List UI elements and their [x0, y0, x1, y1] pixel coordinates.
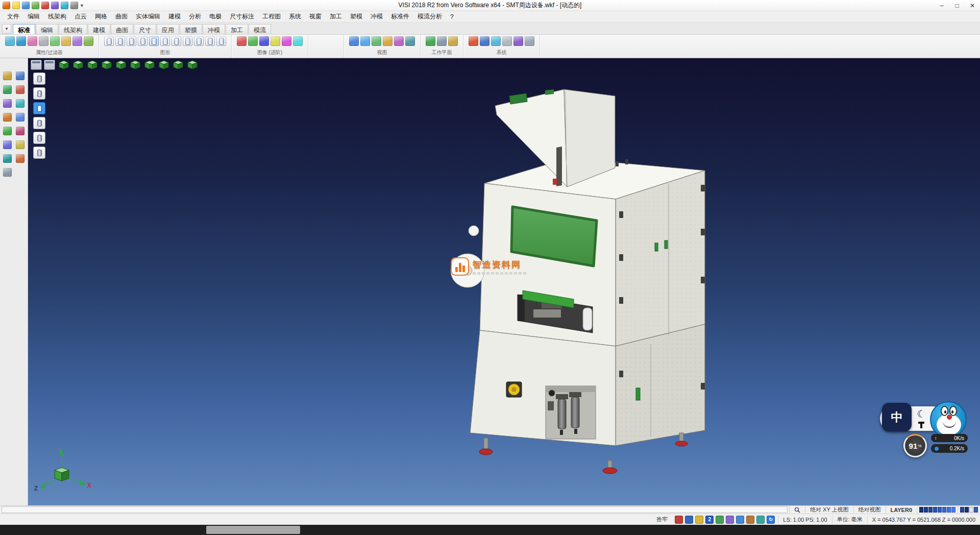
- color-swatch[interactable]: [942, 507, 946, 513]
- workplane-align-icon[interactable]: [437, 36, 447, 46]
- view-orientation-status[interactable]: 绝对 XY 上视图: [805, 506, 853, 514]
- color-swatch[interactable]: [951, 507, 955, 513]
- iso-front-right-view[interactable]: [158, 59, 170, 70]
- workplane-create-icon[interactable]: [426, 36, 435, 46]
- pixel-icon[interactable]: [513, 36, 523, 46]
- right-view[interactable]: [129, 59, 141, 70]
- color-swatch[interactable]: [938, 507, 942, 513]
- pen-status-icon[interactable]: [716, 516, 724, 524]
- measure-icon[interactable]: [3, 140, 12, 149]
- left-view[interactable]: [143, 59, 156, 70]
- help-icon[interactable]: [70, 2, 78, 9]
- graphics-viewport[interactable]: 智造资料网 Y X Z 中 ☾: [28, 58, 980, 505]
- color-swatch[interactable]: [947, 507, 951, 513]
- active-layer-status[interactable]: LAYER0: [886, 506, 917, 514]
- ribbon-tab[interactable]: 线架构: [59, 24, 87, 34]
- ribbon-tab[interactable]: 编辑: [36, 24, 58, 34]
- advanced-render-icon[interactable]: [237, 36, 247, 46]
- search-button[interactable]: [789, 506, 805, 514]
- bottom-view[interactable]: [86, 59, 99, 70]
- snap-status-icon[interactable]: [746, 516, 754, 524]
- reflection-icon[interactable]: [282, 36, 291, 46]
- color-swatch[interactable]: [974, 507, 978, 513]
- menu-item[interactable]: 工程图: [258, 11, 285, 22]
- color-swatch[interactable]: [960, 507, 964, 513]
- material-icon[interactable]: [248, 36, 258, 46]
- color-filter-icon[interactable]: [50, 36, 60, 46]
- rotate-view-icon[interactable]: [394, 36, 404, 46]
- wireframe-mode[interactable]: [33, 72, 45, 85]
- selection-icon[interactable]: [3, 71, 12, 80]
- shaded-edges-mode[interactable]: [33, 117, 45, 129]
- perspective-icon[interactable]: [525, 36, 534, 46]
- menu-item[interactable]: 标准件: [387, 11, 413, 22]
- top-view[interactable]: [72, 59, 84, 70]
- ambient-icon[interactable]: [293, 36, 303, 46]
- layer-filter-icon[interactable]: [39, 36, 48, 46]
- wireframe-display-icon[interactable]: [104, 36, 114, 46]
- toolbar-options-arrow-icon[interactable]: ▼: [78, 3, 86, 8]
- app-logo[interactable]: [3, 2, 10, 9]
- refresh-status-icon[interactable]: ↻: [767, 516, 775, 524]
- color-swatch[interactable]: [924, 507, 928, 513]
- graphics-window-icon[interactable]: [31, 60, 42, 70]
- monitor-icon[interactable]: [480, 36, 489, 46]
- menu-item[interactable]: 网格: [91, 11, 111, 22]
- menu-item[interactable]: 文件: [3, 11, 23, 22]
- ribbon-tab[interactable]: 应用: [157, 24, 179, 34]
- menu-item[interactable]: 实体编辑: [132, 11, 164, 22]
- color-swatch[interactable]: [928, 507, 933, 513]
- back-view[interactable]: [115, 59, 127, 70]
- doraemon-mascot[interactable]: [930, 401, 967, 438]
- color-swatch[interactable]: [933, 507, 937, 513]
- delete-icon[interactable]: [16, 71, 24, 80]
- color-palette-icon[interactable]: [469, 36, 478, 46]
- selection-filter-icon[interactable]: [84, 36, 93, 46]
- shaded-display-icon[interactable]: [149, 36, 159, 46]
- move-icon[interactable]: [3, 85, 12, 94]
- hidden-line-mode[interactable]: [33, 87, 45, 100]
- world-status-icon[interactable]: [756, 516, 765, 524]
- attributes-icon[interactable]: [16, 127, 24, 135]
- menu-item[interactable]: 建模: [164, 11, 185, 22]
- lighting-icon[interactable]: [259, 36, 269, 46]
- maximize-button[interactable]: □: [949, 0, 965, 11]
- grid-status-icon[interactable]: [736, 516, 744, 524]
- combine-display-icon[interactable]: [205, 36, 215, 46]
- properties-icon[interactable]: [5, 36, 15, 46]
- menu-item[interactable]: 尺寸标注: [226, 11, 258, 22]
- grid-settings-icon[interactable]: [502, 36, 512, 46]
- rotate-icon[interactable]: [3, 99, 12, 108]
- taskbar-item[interactable]: [206, 526, 300, 534]
- menu-item[interactable]: 模流分析: [413, 11, 446, 22]
- redo-icon[interactable]: [61, 2, 68, 9]
- layer-manager-icon[interactable]: [3, 127, 12, 135]
- percent-badge[interactable]: 91%: [903, 434, 927, 457]
- menu-item[interactable]: 塑模: [346, 11, 366, 22]
- minimize-button[interactable]: –: [934, 0, 949, 11]
- night-mode-icon[interactable]: ☾: [917, 408, 926, 420]
- undo-icon[interactable]: [51, 2, 59, 9]
- menu-item[interactable]: 加工: [326, 11, 346, 22]
- ribbon-tab[interactable]: 曲面: [111, 24, 133, 34]
- pan-view-icon[interactable]: [383, 36, 393, 46]
- perspective-mode[interactable]: [33, 147, 45, 159]
- palette-icon[interactable]: [3, 168, 12, 177]
- menu-item[interactable]: 曲面: [111, 11, 132, 22]
- mirror-icon[interactable]: [16, 99, 24, 108]
- count-status-icon[interactable]: 2: [705, 516, 714, 524]
- ribbon-tab[interactable]: 尺寸: [134, 24, 156, 34]
- tab-dropdown-arrow-icon[interactable]: ▼: [2, 24, 11, 34]
- ribbon-tab[interactable]: 模流: [249, 24, 271, 34]
- ribbon-tab[interactable]: 冲模: [203, 24, 225, 34]
- annotation-icon[interactable]: [16, 140, 24, 149]
- ribbon-tab[interactable]: 标准: [13, 24, 35, 34]
- view-manager-icon[interactable]: [16, 154, 24, 163]
- color-swatch[interactable]: [965, 507, 969, 513]
- compare-display-icon[interactable]: [194, 36, 204, 46]
- type-filter-icon[interactable]: [61, 36, 71, 46]
- zoom-window-icon[interactable]: [360, 36, 370, 46]
- filter-icon[interactable]: [16, 36, 26, 46]
- print-icon[interactable]: [41, 2, 49, 9]
- menu-item[interactable]: 冲模: [366, 11, 387, 22]
